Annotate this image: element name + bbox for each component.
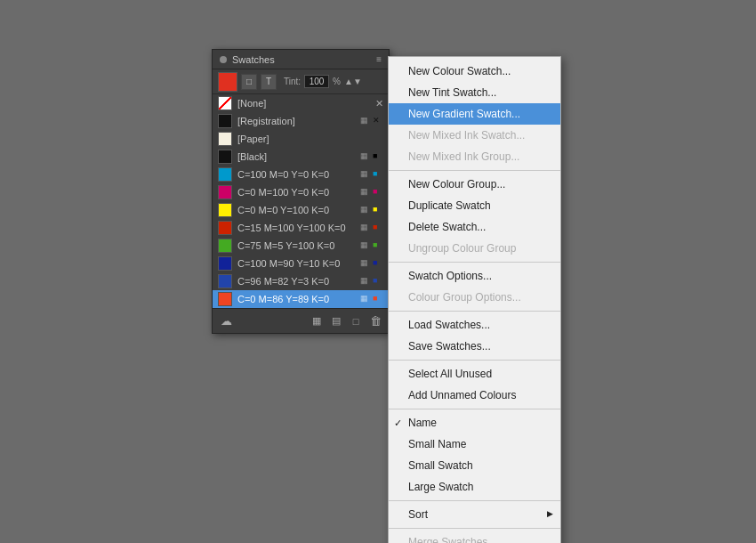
swatch-row[interactable]: C=100 M=0 Y=0 K=0▦■ [213, 166, 389, 183]
swatch-type-icon: ■ [373, 294, 383, 304]
context-menu: New Colour Swatch...New Tint Swatch...Ne… [388, 56, 561, 543]
swatch-grid-icon: ▦ [360, 276, 371, 287]
swatch-type-icon: ■ [373, 187, 383, 198]
swatch-grid-icon: ▦ [360, 205, 371, 215]
swatch-type-icon: ■ [373, 258, 383, 269]
swatch-row[interactable]: [Registration]▦✕ [213, 112, 389, 130]
menu-item[interactable]: New Colour Group... [389, 174, 560, 195]
menu-item[interactable]: Sort [389, 504, 560, 525]
grid-view-button[interactable]: ▦ [309, 313, 325, 329]
menu-item[interactable]: Large Swatch [389, 476, 560, 498]
menu-separator [389, 528, 560, 529]
menu-item[interactable]: Small Swatch [389, 455, 560, 476]
tint-label: Tint: [284, 77, 301, 86]
swatch-name: C=0 M=86 Y=89 K=0 [237, 294, 357, 304]
panel-close-dot[interactable] [220, 56, 227, 63]
swatch-row[interactable]: [None]✕ [213, 94, 389, 112]
swatch-row[interactable]: C=0 M=0 Y=100 K=0▦■ [213, 201, 389, 219]
menu-item[interactable]: Small Name [389, 434, 560, 455]
swatch-icons: ▦■ [360, 240, 383, 251]
menu-separator [389, 311, 560, 312]
swatch-row[interactable]: C=96 M=82 Y=3 K=0▦■ [213, 272, 389, 290]
delete-swatch-button[interactable]: 🗑 [367, 313, 383, 329]
swatch-grid-icon: ▦ [360, 187, 371, 198]
swatch-color-box [218, 132, 232, 146]
swatch-type-icon: ■ [373, 276, 383, 287]
swatch-name: C=15 M=100 Y=100 K=0 [237, 223, 357, 233]
panel-titlebar: Swatches ≡ [213, 50, 389, 69]
swatch-icons: ▦■ [360, 276, 383, 287]
swatch-grid-icon: ▦ [360, 116, 371, 126]
swatch-name: C=75 M=5 Y=100 K=0 [237, 240, 357, 251]
swatch-color-box [218, 150, 232, 164]
fill-btn[interactable]: □ [241, 74, 257, 90]
swatch-row[interactable]: C=75 M=5 Y=100 K=0▦■ [213, 237, 389, 255]
percent-sign: % [333, 77, 341, 86]
swatch-name: [Black] [237, 151, 357, 162]
swatch-name: [None] [237, 98, 372, 109]
menu-item[interactable]: Add Unnamed Colours [389, 385, 560, 406]
menu-item[interactable]: Delete Swatch... [389, 216, 560, 238]
swatch-color-box [218, 203, 232, 217]
swatch-name: [Paper] [237, 134, 383, 144]
swatch-color-box [218, 239, 232, 253]
tint-input[interactable] [304, 75, 329, 88]
menu-separator [389, 500, 560, 501]
swatch-grid-icon: ▦ [360, 169, 371, 180]
swatch-color-box [218, 256, 232, 271]
new-swatch-button[interactable]: □ [348, 313, 364, 329]
cloud-button[interactable]: ☁ [218, 313, 234, 329]
panel-menu-icon[interactable]: ≡ [376, 54, 382, 64]
menu-item: New Mixed Ink Group... [389, 146, 560, 167]
new-group-button[interactable]: ▤ [328, 313, 344, 329]
swatches-panel: Swatches ≡ □ T Tint: % ▲▼ [None]✕[Regist… [212, 49, 390, 334]
swatch-name: C=96 M=82 Y=3 K=0 [237, 276, 357, 287]
swatch-row[interactable]: [Paper] [213, 130, 389, 148]
swatch-type-icon: ■ [373, 169, 383, 180]
swatch-name: C=0 M=0 Y=100 K=0 [237, 205, 357, 215]
swatch-icons: ▦■ [360, 205, 383, 215]
menu-item: New Mixed Ink Swatch... [389, 125, 560, 146]
swatch-icons: ▦✕ [360, 116, 383, 126]
swatch-color-box [218, 292, 232, 306]
menu-item[interactable]: Save Swatches... [389, 336, 560, 357]
swatch-row[interactable]: C=0 M=86 Y=89 K=0▦■ [213, 290, 389, 308]
menu-item[interactable]: Load Swatches... [389, 314, 560, 336]
swatch-color-box [218, 96, 232, 110]
swatch-name: [Registration] [237, 116, 357, 126]
swatch-row[interactable]: [Black]▦■ [213, 148, 389, 166]
swatch-row[interactable]: C=0 M=100 Y=0 K=0▦■ [213, 183, 389, 201]
menu-item[interactable]: New Colour Swatch... [389, 61, 560, 82]
menu-item[interactable]: Duplicate Swatch [389, 195, 560, 216]
swatch-color-box [218, 114, 232, 128]
menu-item[interactable]: Swatch Options... [389, 265, 560, 287]
swatch-icons: ▦■ [360, 187, 383, 198]
swatch-icons: ▦■ [360, 151, 383, 162]
swatch-list: [None]✕[Registration]▦✕[Paper][Black]▦■C… [213, 94, 389, 308]
swatch-row[interactable]: C=15 M=100 Y=100 K=0▦■ [213, 219, 389, 237]
stroke-btn[interactable]: T [261, 74, 277, 90]
menu-item[interactable]: Name [389, 412, 560, 434]
menu-item[interactable]: New Gradient Swatch... [389, 103, 560, 125]
menu-item: Ungroup Colour Group [389, 238, 560, 259]
active-swatch-preview [218, 72, 237, 92]
menu-item[interactable]: New Tint Swatch... [389, 82, 560, 103]
swatch-color-box [218, 185, 232, 199]
swatch-type-icon: ■ [373, 240, 383, 251]
swatch-grid-icon: ▦ [360, 151, 371, 162]
swatch-name: C=0 M=100 Y=0 K=0 [237, 187, 357, 198]
swatch-type-icon: ■ [373, 223, 383, 233]
swatch-type-icon: ■ [373, 151, 383, 162]
swatch-type-icon: ✕ [373, 116, 383, 126]
swatch-name: C=100 M=0 Y=0 K=0 [237, 169, 357, 180]
menu-item: Merge Swatches [389, 531, 560, 543]
menu-item[interactable]: Select All Unused [389, 363, 560, 385]
swatch-color-box [218, 274, 232, 288]
swatch-color-box [218, 221, 232, 235]
menu-separator [389, 262, 560, 263]
menu-separator [389, 360, 560, 361]
menu-separator [389, 170, 560, 171]
swatch-icons: ▦■ [360, 258, 383, 269]
swatch-row[interactable]: C=100 M=90 Y=10 K=0▦■ [213, 255, 389, 272]
tint-arrow[interactable]: ▲▼ [344, 77, 362, 86]
